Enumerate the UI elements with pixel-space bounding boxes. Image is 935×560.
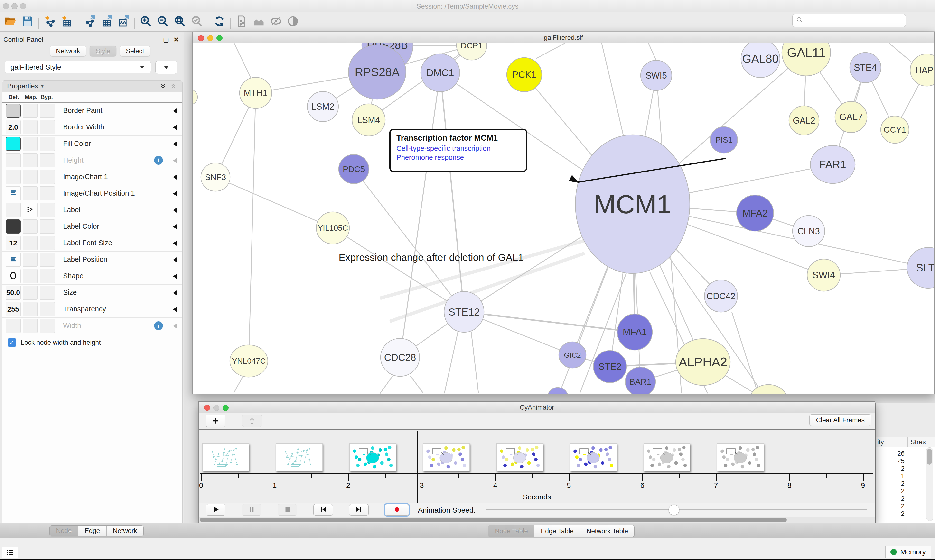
network-node-gal80[interactable]: GAL80 <box>741 43 780 78</box>
bypass-cell[interactable] <box>40 170 55 184</box>
import-table-button[interactable] <box>60 15 74 28</box>
bypass-cell[interactable] <box>40 302 55 316</box>
annotation-link[interactable]: Pheromone response <box>397 154 520 162</box>
network-node-mth1[interactable]: MTH1 <box>239 77 272 109</box>
network-node-dmc1[interactable]: DMC1 <box>421 54 460 92</box>
info-icon[interactable]: i <box>154 156 163 165</box>
expand-property-icon[interactable] <box>173 224 176 229</box>
network-edge[interactable] <box>380 376 393 393</box>
network-node-tup1[interactable]: TUP1 <box>749 385 788 394</box>
mapping-cell[interactable] <box>23 302 38 316</box>
info-icon[interactable]: i <box>154 322 163 330</box>
expand-property-icon[interactable] <box>173 191 176 196</box>
property-row-border-paint[interactable]: Border Paint <box>2 102 182 119</box>
panel-tab-edge[interactable]: Edge <box>78 526 106 536</box>
network-node-snf3[interactable]: SNF3 <box>201 163 230 191</box>
expand-property-icon[interactable] <box>173 142 176 146</box>
network-edge[interactable] <box>249 93 256 361</box>
mapping-cell[interactable] <box>23 269 38 283</box>
network-node-lsm4[interactable]: LSM4 <box>352 104 385 136</box>
default-value-cell[interactable] <box>6 203 21 217</box>
bypass-cell[interactable] <box>40 252 55 267</box>
mapping-cell[interactable] <box>23 104 38 118</box>
bypass-cell[interactable] <box>40 319 55 333</box>
export-image-button[interactable] <box>117 15 130 28</box>
network-file-button[interactable] <box>235 15 248 28</box>
default-value-cell[interactable] <box>6 153 21 168</box>
network-edge[interactable] <box>410 376 423 393</box>
network-edge[interactable] <box>234 43 251 78</box>
network-node-mfa1[interactable]: MFA1 <box>617 314 652 350</box>
network-node-mfa2[interactable]: MFA2 <box>736 195 774 231</box>
panel-tab-node[interactable]: Node <box>50 526 78 536</box>
bypass-cell[interactable] <box>40 236 55 250</box>
mapping-cell[interactable] <box>23 153 38 168</box>
expand-property-icon[interactable] <box>173 158 176 163</box>
clear-all-frames-button[interactable]: Clear All Frames <box>809 414 871 426</box>
frame-thumbnail-4[interactable] <box>497 443 543 471</box>
style-options-button[interactable] <box>155 61 177 74</box>
frame-thumbnail-3[interactable] <box>423 443 470 471</box>
zoom-out-button[interactable] <box>156 15 170 28</box>
close-panel-icon[interactable]: ✕ <box>173 36 179 43</box>
property-row-label-color[interactable]: Label Color <box>2 218 182 235</box>
network-node-yil105c[interactable]: YIL105C <box>316 212 349 244</box>
search-input[interactable] <box>806 17 906 25</box>
tab-node-table[interactable]: Node Table <box>488 525 534 537</box>
default-value-cell[interactable] <box>6 170 21 184</box>
tab-network[interactable]: Network <box>50 46 86 57</box>
default-value-cell[interactable]: 255 <box>6 302 21 316</box>
network-node-cdc42[interactable]: CDC42 <box>704 280 738 312</box>
panel-tab-network[interactable]: Network <box>106 526 143 536</box>
network-node-alpha2[interactable]: ALPHA2 <box>676 338 730 385</box>
expand-property-icon[interactable] <box>173 257 176 262</box>
network-node-gal7[interactable]: GAL7 <box>835 102 867 132</box>
default-value-cell[interactable]: 12 <box>6 236 21 250</box>
network-edge[interactable] <box>233 377 243 393</box>
network-node-ste4[interactable]: STE4 <box>850 52 881 83</box>
scrollbar-thumb[interactable] <box>200 518 787 522</box>
network-edge[interactable] <box>440 73 464 312</box>
expand-property-icon[interactable] <box>173 291 176 295</box>
bypass-cell[interactable] <box>40 286 55 300</box>
network-node-pck1[interactable]: PCK1 <box>507 58 542 92</box>
mapping-cell[interactable] <box>23 236 38 250</box>
default-value-cell[interactable] <box>6 186 21 200</box>
property-row-fill-color[interactable]: Fill Color <box>2 135 182 152</box>
frame-thumbnail-2[interactable] <box>349 443 396 471</box>
annotation-link[interactable]: Cell-type-specific transcription <box>397 145 520 152</box>
slider-thumb[interactable] <box>669 505 679 515</box>
network-node-n1[interactable] <box>548 388 568 394</box>
mapping-cell[interactable] <box>23 186 38 200</box>
property-row-label-font-size[interactable]: 12Label Font Size <box>2 235 182 252</box>
mapping-cell[interactable] <box>23 170 38 184</box>
bypass-cell[interactable] <box>40 203 55 217</box>
network-edge[interactable] <box>648 43 656 61</box>
network-node-swi4[interactable]: SWI4 <box>807 259 840 291</box>
cyanimator-scrollbar[interactable] <box>199 517 875 523</box>
expand-property-icon[interactable] <box>173 109 176 113</box>
bypass-cell[interactable] <box>40 269 55 283</box>
mapping-cell[interactable] <box>23 286 38 300</box>
save-button[interactable] <box>21 15 34 28</box>
tab-edge-table[interactable]: Edge Table <box>534 525 580 537</box>
table-cell[interactable]: 2 <box>878 480 904 488</box>
task-history-button[interactable] <box>2 547 18 558</box>
network-edge[interactable] <box>333 228 464 312</box>
bypass-cell[interactable] <box>40 120 55 134</box>
network-canvas[interactable]: RPS28BRPS28ADCP1DMC1PCK1MTH1LSM2LSM4SNF3… <box>193 43 934 394</box>
network-node-ynl047c[interactable]: YNL047C <box>230 345 268 377</box>
property-row-transparency[interactable]: 255Transparency <box>2 301 182 318</box>
bypass-cell[interactable] <box>40 137 55 151</box>
network-node-n2[interactable] <box>193 89 197 105</box>
frame-thumbnail-5[interactable] <box>570 443 617 471</box>
network-edge[interactable] <box>602 43 623 137</box>
tab-select[interactable]: Select <box>120 46 150 57</box>
property-row-label[interactable]: Label <box>2 202 182 218</box>
style-select[interactable]: galFiltered Style <box>5 61 151 74</box>
table-cell[interactable]: 26 <box>878 450 904 457</box>
record-button[interactable] <box>385 504 409 516</box>
network-node-cln3[interactable]: CLN3 <box>793 215 825 247</box>
network-node-dcp1[interactable]: DCP1 <box>457 43 487 60</box>
prev-frame-button[interactable] <box>313 504 333 516</box>
